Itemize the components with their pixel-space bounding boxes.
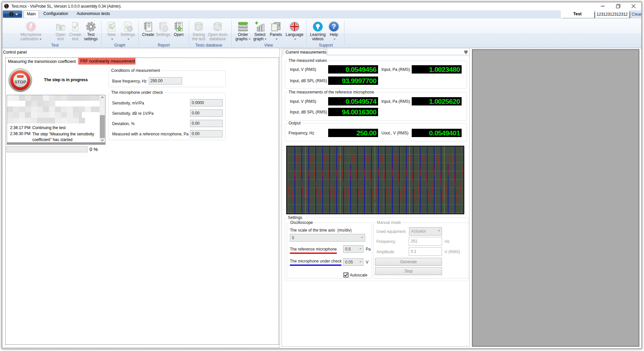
- svg-text:STOP: STOP: [14, 80, 26, 85]
- svg-text:?: ?: [331, 22, 336, 31]
